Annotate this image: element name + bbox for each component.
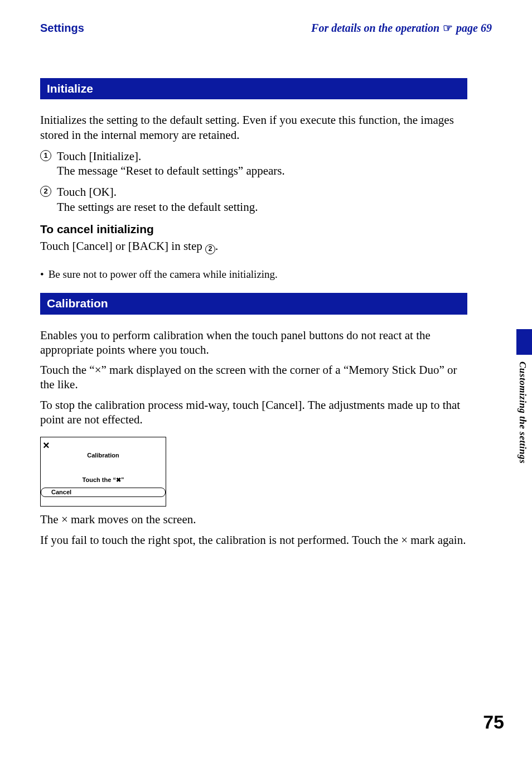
step-ref-icon: 2 <box>205 244 215 254</box>
calibration-p1: Enables you to perform calibration when … <box>40 328 467 358</box>
bullet-icon: • <box>40 268 44 281</box>
calibration-after1: The × mark moves on the screen. <box>40 512 467 527</box>
page-header: Settings For details on the operation ☞ … <box>40 21 492 35</box>
calibration-p2: Touch the “×” mark displayed on the scre… <box>40 363 467 392</box>
calibration-cancel-button: Cancel <box>41 488 166 498</box>
header-section-title: Settings <box>40 21 84 35</box>
step-line: The message “Reset to default settings” … <box>57 163 285 178</box>
calibration-after2: If you fail to touch the right spot, the… <box>40 533 467 547</box>
calibration-screen-title: Calibration <box>41 452 166 460</box>
initialize-intro: Initializes the setting to the default s… <box>40 113 467 142</box>
note-text: Be sure not to power off the camera whil… <box>49 268 278 281</box>
cancel-text-b: . <box>215 239 218 253</box>
step-number-icon: 2 <box>40 186 51 197</box>
step-line: Touch [Initialize]. <box>57 149 285 163</box>
list-item: 1 Touch [Initialize]. The message “Reset… <box>40 149 467 179</box>
side-section-label: Customizing the settings <box>517 361 529 464</box>
step-number-icon: 1 <box>40 150 51 161</box>
calibration-screen-msg: Touch the “✖” <box>41 476 166 484</box>
step-line: Touch [OK]. <box>57 185 258 199</box>
header-ref-suffix: page 69 <box>456 21 492 35</box>
header-cross-ref: For details on the operation ☞ page 69 <box>311 21 492 35</box>
step-text: Touch [OK]. The settings are reset to th… <box>57 185 258 214</box>
cancel-subhead: To cancel initializing <box>40 222 467 237</box>
list-item: 2 Touch [OK]. The settings are reset to … <box>40 185 467 214</box>
pointing-hand-icon: ☞ <box>443 21 453 35</box>
calibration-screen-illustration: × Calibration Touch the “✖” Cancel <box>40 437 166 507</box>
initialize-steps: 1 Touch [Initialize]. The message “Reset… <box>40 149 467 214</box>
page-content: Initialize Initializes the setting to th… <box>40 78 467 553</box>
cancel-body: Touch [Cancel] or [BACK] in step 2. <box>40 239 467 254</box>
note-bullet: • Be sure not to power off the camera wh… <box>40 268 467 281</box>
cancel-text-a: Touch [Cancel] or [BACK] in step <box>40 239 205 253</box>
section-bar-calibration: Calibration <box>40 293 467 314</box>
header-ref-prefix: For details on the operation <box>311 21 439 35</box>
calibration-x-mark: × <box>43 438 50 452</box>
step-line: The settings are reset to the default se… <box>57 200 258 214</box>
section-bar-initialize: Initialize <box>40 78 467 99</box>
step-text: Touch [Initialize]. The message “Reset t… <box>57 149 285 179</box>
side-tab-marker <box>516 329 532 355</box>
page-number: 75 <box>483 710 504 734</box>
calibration-p3: To stop the calibration process mid-way,… <box>40 398 467 427</box>
